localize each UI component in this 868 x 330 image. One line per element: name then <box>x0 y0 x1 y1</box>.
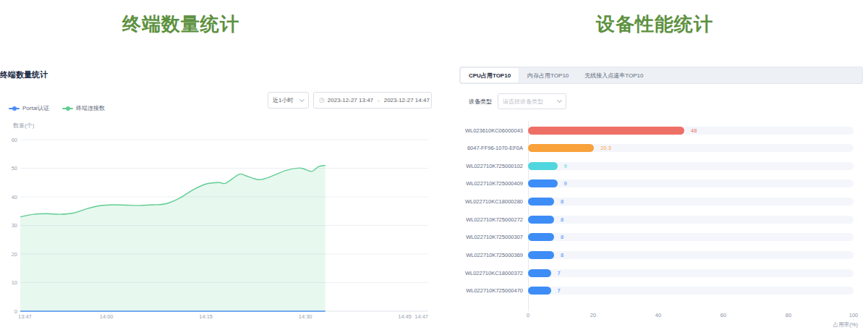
bar <box>528 251 554 259</box>
device-type-select[interactable]: 请选择设备类型 <box>498 93 566 109</box>
bar-track <box>528 144 854 152</box>
bar <box>528 216 554 224</box>
bar-category-label: WL022710K725000102 <box>459 163 523 169</box>
bar-x-tick-label: 100 <box>843 312 864 318</box>
bar <box>528 198 554 206</box>
bar-value-label: 8 <box>561 198 563 205</box>
bar-row: WL023610KC0600004348 <box>459 126 868 135</box>
legend-label: Portal认证 <box>22 104 49 112</box>
bar-track <box>528 216 854 224</box>
bar-x-tick-label: 60 <box>712 312 734 318</box>
bar-row: WL022710KC180002808 <box>459 197 868 206</box>
date-range-picker[interactable]: ◷ 2023-12-27 13:47 - 2023-12-27 14:47 <box>313 92 432 109</box>
device-type-filter: 设备类型 请选择设备类型 <box>469 93 566 109</box>
bar <box>528 162 558 170</box>
bar-value-label: 9 <box>564 163 567 169</box>
date-separator: - <box>376 97 381 103</box>
bar-track <box>528 162 854 170</box>
bar-value-label: 8 <box>561 252 563 258</box>
legend-item[interactable]: Portal认证 <box>9 104 49 112</box>
y-tick-label: 40 <box>12 194 17 200</box>
series-area <box>20 166 326 311</box>
time-range-value: 近1小时 <box>273 96 293 104</box>
bar-row: WL022710K7250004099 <box>459 179 868 187</box>
y-tick-label: 0 <box>14 308 17 315</box>
bar-row: WL022710KC180003727 <box>459 268 868 277</box>
bar-value-label: 48 <box>691 127 697 134</box>
bar-row: WL022710K7250002728 <box>459 215 868 224</box>
x-tick-label: 14:00 <box>100 313 114 320</box>
bar-category-label: WL023610KC06000043 <box>459 127 523 134</box>
bar-x-tick-label: 80 <box>778 312 799 318</box>
clock-icon: ◷ <box>319 97 325 103</box>
bar-category-label: 6047-FF96-1070-EF0A <box>459 145 523 151</box>
page-title-terminal-stats: 终端数量统计 <box>0 12 362 37</box>
bar-track <box>528 287 854 295</box>
x-tick-label: 14:47 <box>414 313 428 320</box>
device-type-placeholder: 请选择设备类型 <box>503 98 543 106</box>
cpu-top10-bar-chart: WL023610KC06000043486047-FF96-1070-EF0A2… <box>459 116 868 330</box>
bar <box>528 269 551 277</box>
bar-category-label: WL022710K725000470 <box>459 287 523 294</box>
legend-marker-icon <box>9 108 20 109</box>
bar-category-label: WL022710K725000409 <box>459 180 523 187</box>
bar-x-tick-label: 0 <box>517 312 539 318</box>
y-tick-label: 60 <box>12 137 17 143</box>
bar-track <box>528 269 854 277</box>
y-tick-label: 30 <box>12 222 17 229</box>
x-tick-label: 14:45 <box>398 313 412 320</box>
chart-legend: Portal认证终端连接数 <box>9 104 105 112</box>
bar <box>528 179 558 187</box>
bar-category-label: WL022710KC18000280 <box>459 198 523 205</box>
bar-track <box>528 198 854 206</box>
date-end: 2023-12-27 14:47 <box>384 97 430 103</box>
bar-category-label: WL022710K725000369 <box>459 252 523 258</box>
legend-marker-icon <box>62 108 73 109</box>
bar-category-label: WL022710K725000307 <box>459 234 523 240</box>
chevron-down-icon <box>557 98 562 103</box>
bar-track <box>528 251 854 259</box>
bar-row: 6047-FF96-1070-EF0A20.3 <box>459 143 868 152</box>
bar <box>528 233 554 241</box>
bar-track <box>528 179 854 187</box>
bar <box>528 144 594 152</box>
page-title-device-performance: 设备性能统计 <box>441 12 868 37</box>
y-tick-label: 10 <box>12 279 17 286</box>
x-tick-label: 14:15 <box>199 313 213 320</box>
bar <box>528 287 551 295</box>
bar-value-label: 7 <box>558 270 561 276</box>
legend-label: 终端连接数 <box>76 104 105 112</box>
time-range-select[interactable]: 近1小时 <box>268 92 309 109</box>
x-tick-label: 14:30 <box>299 313 312 320</box>
y-tick-label: 50 <box>12 165 17 172</box>
bar-value-label: 8 <box>561 216 563 223</box>
left-panel-title: 终端数量统计 <box>0 69 48 80</box>
date-start: 2023-12-27 13:47 <box>328 97 373 103</box>
chevron-down-icon <box>299 96 305 101</box>
device-type-label: 设备类型 <box>469 98 492 106</box>
bar <box>528 127 684 135</box>
bar-x-tick-label: 40 <box>647 312 669 318</box>
bar-value-label: 9 <box>564 180 567 187</box>
tab-inactive[interactable]: 内存占用TOP10 <box>519 67 576 83</box>
bar-category-label: WL022710K725000272 <box>459 216 523 223</box>
bar-value-label: 8 <box>561 234 563 240</box>
left-chart-controls: 近1小时 ◷ 2023-12-27 13:47 - 2023-12-27 14:… <box>268 92 432 109</box>
y-tick-label: 20 <box>12 251 17 258</box>
dashboard: 终端数量统计 设备性能统计 终端数量统计 近1小时 ◷ 2023-12-27 1… <box>0 0 868 330</box>
bar-track <box>528 233 854 241</box>
legend-item[interactable]: 终端连接数 <box>62 104 105 112</box>
bar-value-label: 20.3 <box>600 145 611 151</box>
x-tick-label: 13:47 <box>18 313 32 320</box>
performance-tabs: CPU占用TOP10内存占用TOP10无线接入点速率TOP10 <box>459 67 863 84</box>
bar-row: WL022710K7250001029 <box>459 161 868 170</box>
bar-row: WL022710K7250003078 <box>459 232 868 241</box>
bar-value-label: 7 <box>558 287 561 294</box>
terminal-count-line-chart: 010203040506013:4714:0014:1514:3014:4514… <box>0 116 434 330</box>
bar-category-label: WL022710KC18000372 <box>459 270 523 276</box>
bar-row: WL022710K7250004707 <box>459 286 868 295</box>
tab-inactive[interactable]: 无线接入点速率TOP10 <box>576 67 651 83</box>
bar-x-axis-title: 占用率(%) <box>833 321 858 329</box>
tab-active[interactable]: CPU占用TOP10 <box>461 68 519 82</box>
bar-row: WL022710K7250003698 <box>459 250 868 259</box>
